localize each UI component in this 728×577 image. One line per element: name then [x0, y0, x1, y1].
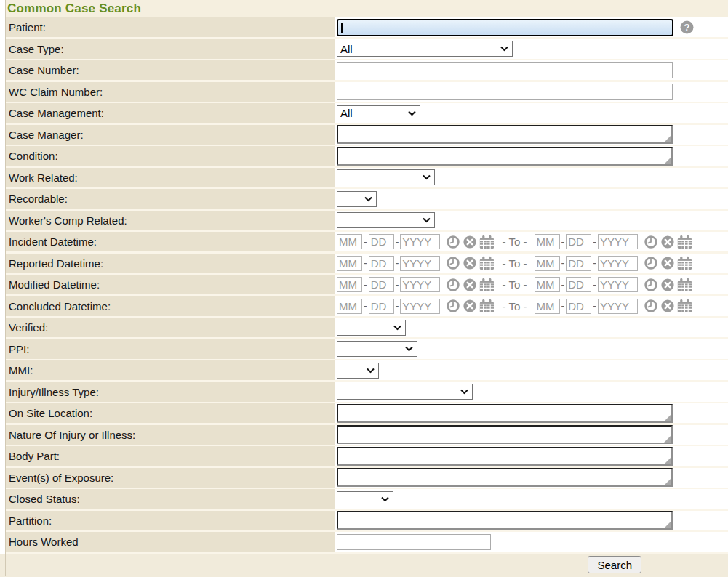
case-management-select-value: All	[340, 107, 353, 119]
resize-grip-icon[interactable]	[664, 135, 671, 142]
verified-select[interactable]	[337, 320, 406, 336]
incident-datetime-input-cell: -- - To - --	[335, 232, 728, 251]
page-title: Common Case Search	[7, 1, 146, 16]
reported-datetime-to-calendar-icon[interactable]	[677, 256, 692, 270]
incident-datetime-from-calendar-icon[interactable]	[479, 235, 495, 249]
closed-status-label: Closed Status:	[6, 489, 335, 509]
closed-status-select[interactable]	[337, 491, 393, 507]
resize-grip-icon[interactable]	[664, 414, 671, 421]
modified-datetime-from-clear-icon[interactable]	[463, 278, 477, 292]
on-site-location-textarea[interactable]	[337, 404, 673, 423]
modified-datetime-from-mm-input[interactable]	[337, 277, 362, 292]
incident-datetime-from-dd-input[interactable]	[369, 234, 394, 249]
incident-datetime-to-calendar-icon[interactable]	[677, 235, 692, 249]
modified-datetime-label: Modified Datetime:	[6, 275, 335, 294]
concluded-datetime-to-dd-input[interactable]	[566, 299, 591, 314]
reported-datetime-to-clock-icon[interactable]	[644, 256, 658, 270]
incident-datetime-from-separator: -	[364, 236, 367, 248]
modified-datetime-to-mm-input[interactable]	[535, 277, 560, 292]
reported-datetime-to-separator: -	[561, 257, 565, 269]
modified-datetime-to-calendar-icon[interactable]	[677, 278, 692, 292]
reported-datetime-to-yyyy-input[interactable]	[598, 256, 638, 271]
incident-datetime-from-clear-icon[interactable]	[463, 235, 477, 249]
patient-help-icon[interactable]: ?	[680, 20, 694, 34]
case-type-select[interactable]: All	[337, 41, 513, 57]
condition-input-cell	[335, 146, 728, 166]
concluded-datetime-from-mm-input[interactable]	[337, 299, 362, 314]
case-type-select-value: All	[340, 43, 353, 55]
partition-textarea[interactable]	[337, 511, 673, 530]
resize-grip-icon[interactable]	[664, 521, 671, 528]
mmi-select[interactable]	[337, 363, 379, 379]
form-row-patient: Patient:?	[6, 17, 728, 37]
chevron-down-icon	[500, 47, 508, 52]
reported-datetime-from-dd-input[interactable]	[369, 256, 394, 271]
modified-datetime-to-yyyy-input[interactable]	[598, 277, 638, 292]
resize-grip-icon[interactable]	[664, 478, 671, 485]
recordable-input-cell	[335, 189, 728, 209]
form-row-concluded-datetime: Concluded Datetime:-- - To - --	[6, 296, 728, 316]
concluded-datetime-to-yyyy-input[interactable]	[598, 299, 638, 314]
resize-grip-icon[interactable]	[664, 435, 671, 443]
concluded-datetime-from-dd-input[interactable]	[369, 299, 394, 314]
modified-datetime-to-clock-icon[interactable]	[644, 278, 658, 292]
chevron-down-icon	[381, 496, 389, 501]
reported-datetime-from-separator: -	[396, 257, 399, 269]
concluded-datetime-to-clock-icon[interactable]	[644, 299, 658, 313]
resize-grip-icon[interactable]	[664, 457, 671, 464]
incident-datetime-to-dd-input[interactable]	[566, 234, 591, 249]
patient-input[interactable]	[337, 19, 673, 36]
reported-datetime-from-calendar-icon[interactable]	[479, 256, 495, 270]
search-button[interactable]: Search	[588, 556, 641, 573]
concluded-datetime-to-calendar-icon[interactable]	[677, 299, 692, 313]
incident-datetime-from-clock-icon[interactable]	[446, 235, 460, 249]
resize-grip-icon[interactable]	[664, 157, 671, 164]
case-management-select[interactable]: All	[337, 105, 420, 121]
common-case-search-panel: Common Case Search Patient:?Case Type:Al…	[5, 0, 728, 576]
reported-datetime-to-dd-input[interactable]	[566, 256, 591, 271]
concluded-datetime-from-yyyy-input[interactable]	[400, 299, 440, 314]
incident-datetime-to-clock-icon[interactable]	[644, 235, 658, 249]
injury-illness-type-select[interactable]	[337, 384, 473, 400]
on-site-location-label: On Site Location:	[6, 403, 335, 423]
incident-datetime-to-mm-input[interactable]	[535, 234, 560, 249]
case-number-input[interactable]	[337, 62, 673, 78]
concluded-datetime-to-mm-input[interactable]	[535, 299, 560, 314]
modified-datetime-to-clear-icon[interactable]	[660, 278, 675, 292]
incident-datetime-from-mm-input[interactable]	[337, 234, 362, 249]
recordable-select[interactable]	[337, 191, 377, 207]
concluded-datetime-from-calendar-icon[interactable]	[479, 299, 495, 313]
reported-datetime-from-clock-icon[interactable]	[446, 256, 460, 270]
incident-datetime-to-clear-icon[interactable]	[660, 235, 675, 249]
incident-datetime-to-yyyy-input[interactable]	[598, 234, 638, 249]
modified-datetime-range-separator: - To -	[499, 278, 529, 291]
body-part-textarea[interactable]	[337, 447, 673, 466]
reported-datetime-to-mm-input[interactable]	[535, 256, 560, 271]
reported-datetime-to-clear-icon[interactable]	[660, 256, 675, 270]
form-row-injury-illness-type: Injury/Illness Type:	[6, 382, 728, 402]
concluded-datetime-from-clear-icon[interactable]	[463, 299, 477, 313]
modified-datetime-from-clock-icon[interactable]	[446, 278, 460, 292]
case-manager-textarea[interactable]	[337, 125, 673, 144]
incident-datetime-label: Incident Datetime:	[6, 232, 335, 251]
worker-s-comp-related-select[interactable]	[337, 212, 435, 228]
condition-textarea[interactable]	[337, 147, 673, 166]
modified-datetime-from-yyyy-input[interactable]	[400, 277, 440, 292]
form-row-on-site-location: On Site Location:	[6, 403, 728, 423]
modified-datetime-from-dd-input[interactable]	[369, 277, 394, 292]
reported-datetime-from-yyyy-input[interactable]	[400, 256, 440, 271]
modified-datetime-to-dd-input[interactable]	[566, 277, 591, 292]
ppi-select[interactable]	[337, 341, 417, 357]
hours-worked-input[interactable]	[337, 534, 491, 550]
incident-datetime-from-yyyy-input[interactable]	[400, 234, 440, 249]
concluded-datetime-to-clear-icon[interactable]	[660, 299, 675, 313]
modified-datetime-from-calendar-icon[interactable]	[479, 278, 495, 292]
concluded-datetime-from-clock-icon[interactable]	[446, 299, 460, 313]
wc-claim-number-input[interactable]	[337, 84, 673, 100]
reported-datetime-from-mm-input[interactable]	[337, 256, 362, 271]
event-s-of-exposure-textarea[interactable]	[337, 468, 673, 487]
work-related-select[interactable]	[337, 169, 435, 185]
reported-datetime-from-clear-icon[interactable]	[463, 256, 477, 270]
form-row-modified-datetime: Modified Datetime:-- - To - --	[6, 275, 728, 294]
nature-of-injury-or-illness-textarea[interactable]	[337, 425, 673, 444]
